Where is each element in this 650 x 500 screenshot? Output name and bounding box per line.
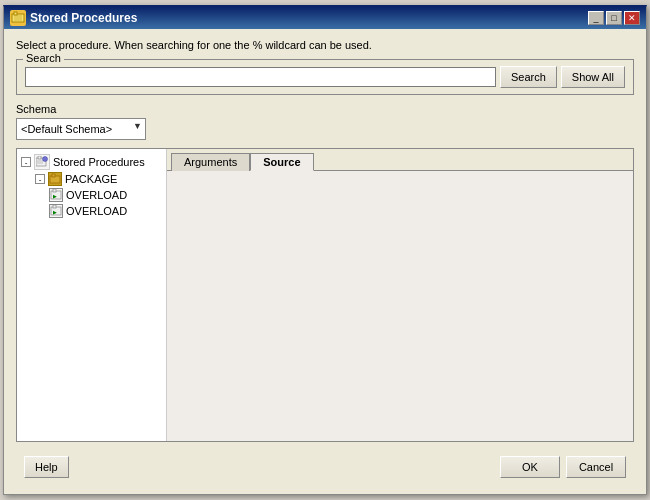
show-all-button[interactable]: Show All — [561, 66, 625, 88]
help-button[interactable]: Help — [24, 456, 69, 478]
stored-procedures-dialog: Stored Procedures _ □ ✕ Select a procedu… — [3, 5, 647, 495]
footer-right-buttons: OK Cancel — [500, 456, 626, 478]
tab-arguments[interactable]: Arguments — [171, 153, 250, 171]
title-bar: Stored Procedures _ □ ✕ — [4, 7, 646, 29]
tree-item-overload1[interactable]: ▶ OVERLOAD — [21, 187, 162, 203]
search-button[interactable]: Search — [500, 66, 557, 88]
proc-icon-2: ▶ — [49, 204, 63, 218]
package-icon — [48, 172, 62, 186]
footer: Help OK Cancel — [16, 450, 634, 484]
right-panel: Arguments Source — [167, 149, 633, 441]
title-bar-buttons: _ □ ✕ — [588, 11, 640, 25]
tree-item-overload2[interactable]: ▶ OVERLOAD — [21, 203, 162, 219]
svg-text:▶: ▶ — [53, 193, 57, 199]
svg-rect-6 — [38, 156, 41, 159]
svg-rect-1 — [14, 12, 17, 15]
svg-rect-13 — [53, 189, 56, 192]
cancel-button[interactable]: Cancel — [566, 456, 626, 478]
maximize-button[interactable]: □ — [606, 11, 622, 25]
search-input[interactable] — [25, 67, 496, 87]
tree-root-label: Stored Procedures — [53, 156, 145, 168]
hint-text: Select a procedure. When searching for o… — [16, 39, 634, 51]
root-expand-icon[interactable]: - — [21, 157, 31, 167]
tab-source[interactable]: Source — [250, 153, 313, 171]
search-group: Search Search Show All — [16, 59, 634, 95]
proc-icon-1: ▶ — [49, 188, 63, 202]
schema-group: Schema <Default Schema> — [16, 103, 634, 140]
close-button[interactable]: ✕ — [624, 11, 640, 25]
package-label: PACKAGE — [65, 173, 117, 185]
package-expand-icon[interactable]: - — [35, 174, 45, 184]
schema-dropdown[interactable]: <Default Schema> — [16, 118, 146, 140]
overload2-label: OVERLOAD — [66, 205, 127, 217]
svg-rect-11 — [52, 174, 55, 177]
tab-content-source — [167, 171, 633, 441]
tree-root[interactable]: - Stored Procedures — [21, 153, 162, 171]
window-body: Select a procedure. When searching for o… — [4, 29, 646, 494]
search-row: Search Show All — [25, 66, 625, 88]
title-bar-left: Stored Procedures — [10, 10, 137, 26]
stored-procedures-icon — [34, 154, 50, 170]
window-icon — [10, 10, 26, 26]
tree-panel: - Stored Procedures — [17, 149, 167, 441]
svg-point-7 — [43, 157, 48, 162]
tree-item-package[interactable]: - PACKAGE — [21, 171, 162, 187]
svg-text:▶: ▶ — [53, 209, 57, 215]
ok-button[interactable]: OK — [500, 456, 560, 478]
window-title: Stored Procedures — [30, 11, 137, 25]
overload1-label: OVERLOAD — [66, 189, 127, 201]
tabs-bar: Arguments Source — [167, 149, 633, 171]
main-area: - Stored Procedures — [16, 148, 634, 442]
search-group-label: Search — [23, 52, 64, 64]
minimize-button[interactable]: _ — [588, 11, 604, 25]
schema-select-wrapper: <Default Schema> — [16, 118, 146, 140]
svg-rect-16 — [53, 205, 56, 208]
schema-label: Schema — [16, 103, 634, 115]
